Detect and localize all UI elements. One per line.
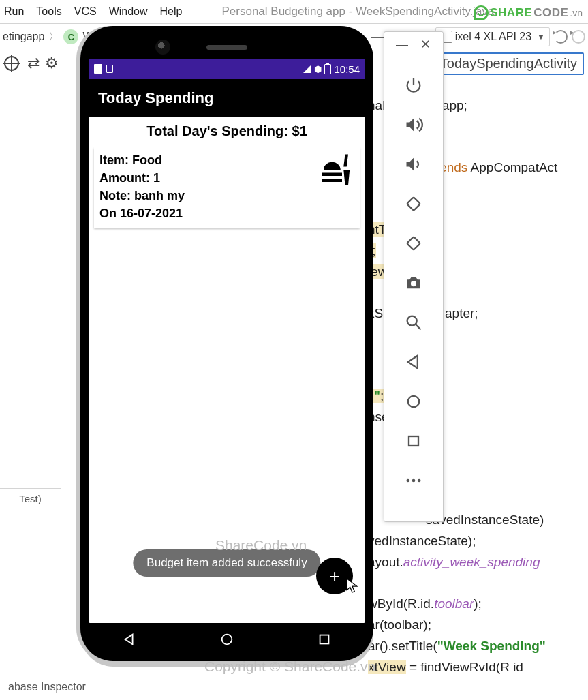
spending-card[interactable]: Item: Food Amount: 1 Note: banh my On 16…	[94, 147, 360, 228]
overview-icon[interactable]	[404, 431, 423, 451]
svg-rect-1	[407, 237, 420, 250]
java-class-icon: C	[63, 29, 78, 44]
home-icon[interactable]	[404, 392, 423, 411]
volume-up-icon[interactable]	[404, 115, 423, 134]
svg-point-4	[408, 396, 419, 407]
settings-icon[interactable]: ⇄	[27, 55, 37, 72]
breadcrumb-segment[interactable]: etingapp	[3, 31, 44, 43]
svg-point-2	[411, 281, 416, 286]
gear-icon[interactable]: ⚙	[45, 55, 59, 72]
nav-back-icon[interactable]	[122, 632, 137, 650]
phone-nav-bar	[80, 630, 373, 652]
total-spending-bar: Total Day's Spending: $1	[89, 117, 365, 144]
menu-tools[interactable]: Tools	[36, 5, 61, 18]
svg-rect-10	[320, 635, 329, 644]
phone-earpiece	[206, 45, 247, 50]
device-selector[interactable]: ixel 4 XL API 23 ▼	[435, 27, 550, 46]
menu-help[interactable]: Help	[160, 5, 183, 18]
nav-overview-icon[interactable]	[317, 632, 332, 650]
add-fab[interactable]: +	[316, 558, 353, 594]
spending-details: Item: Food Amount: 1 Note: banh my On 16…	[99, 151, 185, 222]
nav-home-icon[interactable]	[219, 632, 234, 650]
ide-window-title: Personal Budgeting app - WeekSpendingAct…	[221, 5, 494, 18]
svg-rect-5	[409, 436, 418, 446]
more-icon[interactable]	[404, 471, 423, 490]
minimize-icon[interactable]: —	[397, 39, 407, 50]
menu-vcs[interactable]: VCS	[74, 5, 97, 18]
watermark-logo: SHARE CODE .vn	[474, 5, 583, 20]
rotate-right-icon[interactable]	[404, 234, 423, 253]
volume-down-icon[interactable]	[404, 155, 423, 174]
power-icon[interactable]	[404, 76, 423, 95]
reload-icon-disabled	[572, 30, 585, 44]
phone-screen: ⬢ 10:54 Today Spending Total Day's Spend…	[89, 59, 365, 623]
svg-point-8	[418, 479, 421, 483]
app-title: Today Spending	[98, 89, 213, 107]
reload-icon[interactable]	[554, 30, 568, 44]
svg-rect-0	[407, 197, 420, 211]
svg-point-6	[407, 479, 410, 483]
menu-window[interactable]: Window	[109, 5, 148, 18]
app-bar: Today Spending	[89, 79, 365, 117]
sharecode-icon	[474, 5, 489, 20]
editor-tab[interactable]: C TodaySpendingActivity	[419, 52, 584, 75]
database-inspector-tab[interactable]: abase Inspector	[8, 681, 86, 693]
status-time: 10:54	[334, 63, 360, 75]
signal-icon	[303, 65, 311, 73]
svg-point-9	[222, 635, 232, 645]
emulator-toolbar: — ✕	[384, 31, 444, 522]
bug-icon: ⬢	[314, 64, 322, 74]
notification-icon	[94, 64, 102, 74]
zoom-icon[interactable]	[404, 313, 423, 332]
left-panel-tab[interactable]: Test)	[0, 488, 61, 508]
back-icon[interactable]	[404, 352, 423, 371]
menu-run[interactable]: Run	[4, 5, 24, 18]
target-icon[interactable]	[4, 56, 19, 71]
close-icon[interactable]: ✕	[420, 39, 431, 50]
camera-icon[interactable]	[404, 273, 423, 292]
emulator-device: ⬢ 10:54 Today Spending Total Day's Spend…	[80, 26, 373, 661]
toast-message: Budget item added successfuly	[133, 549, 320, 577]
fastfood-icon	[318, 151, 354, 222]
ide-footer: abase Inspector	[0, 673, 588, 700]
svg-point-3	[407, 316, 417, 326]
status-bar: ⬢ 10:54	[89, 59, 365, 79]
notification-icon	[106, 65, 113, 73]
rotate-left-icon[interactable]	[404, 194, 423, 213]
svg-point-7	[412, 479, 416, 483]
battery-icon	[324, 64, 331, 74]
phone-camera	[155, 40, 170, 55]
